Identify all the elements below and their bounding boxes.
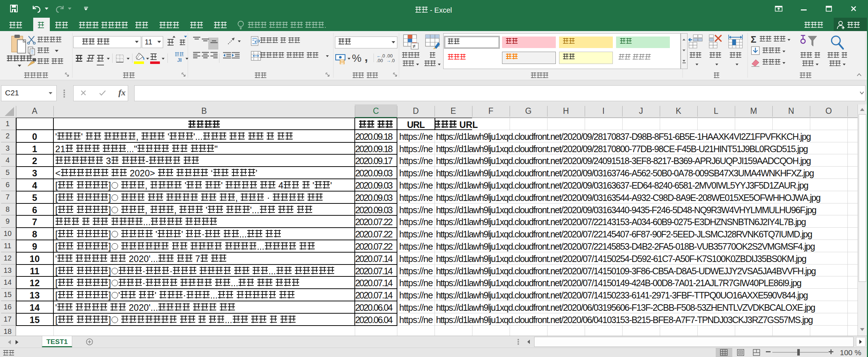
svg-text:≠: ≠ [413, 43, 415, 49]
